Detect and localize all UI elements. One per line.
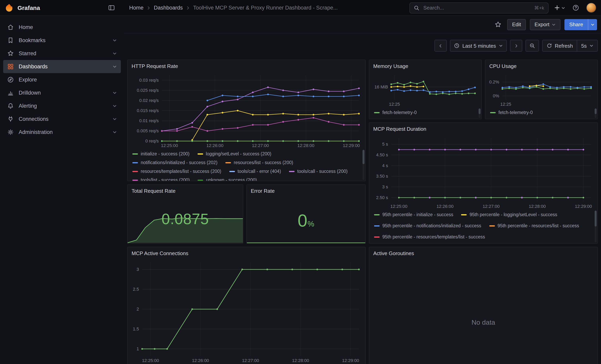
legend-scrollbar[interactable] [362,150,364,180]
legend-item[interactable]: tools/call - success (200) [289,167,348,175]
legend-item[interactable]: fetch-telemetry-0 [490,108,533,117]
breadcrumb-dashboards[interactable]: Dashboards [154,5,183,11]
panel-header[interactable]: CPU Usage [485,60,597,72]
panel-header[interactable]: Active Goroutines [369,247,597,259]
error-rate-sparkline[interactable] [247,237,365,243]
panel-header[interactable]: Total Request Rate [128,185,243,197]
plug-icon [7,116,14,122]
legend-scrollbar[interactable] [595,108,597,118]
chevron-down-icon[interactable] [112,91,117,95]
legend-item[interactable]: logging/setLevel - success (200) [197,150,271,158]
legend-scrollbar[interactable] [595,211,597,242]
chevron-down-icon[interactable] [112,64,117,69]
sidebar-item-label: Starred [19,50,36,56]
sidebar-item-drilldown[interactable]: Drilldown [3,86,121,99]
share-button[interactable]: Share [565,19,588,30]
sidebar-item-home[interactable]: Home [3,21,121,34]
chevron-down-icon [499,44,503,48]
sidebar-item-starred[interactable]: Starred [3,47,121,60]
chevron-down-icon[interactable] [112,117,117,121]
legend-scrollbar[interactable] [479,108,481,118]
favorite-star-icon[interactable] [493,19,503,30]
svg-text:12:27:00: 12:27:00 [252,143,269,148]
search-box[interactable]: ⌘+k [410,2,549,13]
chevron-down-icon [561,6,565,10]
legend-item[interactable]: 95th percentile - resources/templates/li… [374,233,485,241]
legend-item[interactable]: 95th percentile - initialize - success [374,211,453,218]
user-avatar[interactable] [586,3,596,13]
chevron-down-icon[interactable] [112,51,117,56]
panel-header[interactable]: Memory Usage [369,60,481,72]
svg-text:0.2%: 0.2% [489,79,499,84]
legend-item[interactable]: tools/list - success (200) [132,176,190,181]
edit-button[interactable]: Edit [507,19,526,30]
svg-text:12:28:00: 12:28:00 [292,358,309,363]
legend-item[interactable]: unknown - success (200) [198,176,257,181]
clock-icon [454,43,460,49]
memory-usage-chart[interactable]: 16 MiB12:25 [370,72,479,108]
new-button[interactable] [554,5,565,11]
panel-mcp-request-duration: MCP Request Duration 2.50 s3 s3.50 s4 s4… [369,122,598,244]
legend-label: tools/list - success (200) [141,178,190,181]
legend-item[interactable]: 95th percentile - resources/list - succe… [489,222,579,230]
sidebar-item-administration[interactable]: Administration [3,126,121,139]
chevron-down-icon[interactable] [112,130,117,134]
export-button[interactable]: Export [530,19,561,30]
share-split-button: Share [565,19,597,30]
legend-item[interactable]: notifications/initialized - success (202… [132,158,217,167]
share-caret-button[interactable] [588,19,597,30]
stat-body: 0.0875 [128,197,243,243]
panel-header[interactable]: Error Rate [247,185,365,197]
search-shortcut: ⌘+k [534,5,544,10]
svg-text:3 s: 3 s [382,184,388,189]
legend-item[interactable]: initialize - success (200) [132,150,190,158]
svg-text:12:27:00: 12:27:00 [242,358,259,363]
mcp-active-connections-chart[interactable]: 11.522.5312:25:0012:26:0012:27:0012:28:0… [128,259,363,364]
sidebar-toggle-icon[interactable] [108,4,115,11]
sidebar-item-label: Home [19,24,33,30]
time-range-picker[interactable]: Last 5 minutes [450,40,507,52]
legend-item[interactable]: resources/list - success (200) [225,158,293,167]
refresh-button[interactable]: Refresh [542,40,577,51]
gear-icon [7,129,14,136]
panel-active-goroutines: Active Goroutines No data [369,247,598,364]
search-input[interactable] [422,4,531,11]
http-request-rate-chart[interactable]: 0 req/s0.005 req/s0.01 req/s0.015 req/s0… [128,72,363,149]
panel-mcp-active-connections: MCP Active Connections 11.522.5312:25:00… [127,247,366,364]
legend-color-dash [461,214,467,215]
brand[interactable]: Grafana [5,3,108,12]
legend-item[interactable]: resources/templates/list - success (200) [132,167,221,175]
legend-item[interactable]: 95th percentile - notifications/initiali… [374,222,481,230]
mcp-request-duration-chart[interactable]: 2.50 s3 s3.50 s4 s4.50 s5 s12:25:0012:26… [370,135,595,210]
time-forward-button[interactable] [510,40,522,52]
sidebar-item-dashboards[interactable]: Dashboards [3,60,121,73]
svg-text:1: 1 [137,346,139,351]
zoom-out-button[interactable] [525,40,539,52]
sidebar-item-alerting[interactable]: Alerting [3,99,121,112]
legend-label: unknown - success (200) [206,178,257,181]
breadcrumb-current: ToolHive MCP Server & Proxy Runner Dashb… [193,5,338,11]
grafana-app: Grafana Home Dashboards ToolHive MCP Ser… [0,0,601,364]
legend-label: initialize - success (200) [141,151,190,156]
sidebar-item-connections[interactable]: Connections [3,112,121,126]
legend-item[interactable]: 95th percentile - logging/setLevel - suc… [461,211,557,218]
export-label: Export [534,21,549,27]
svg-text:12:28:00: 12:28:00 [529,204,546,209]
legend-item[interactable]: fetch-telemetry-0 [374,108,417,117]
legend-label: 95th percentile - resources/list - succe… [497,223,579,228]
refresh-interval-select[interactable]: 5s [577,40,597,51]
search-icon [414,5,419,10]
legend-item[interactable]: tools/call - error (404) [229,167,281,175]
sidebar-item-explore[interactable]: Explore [3,73,121,86]
breadcrumb-home[interactable]: Home [129,5,143,11]
help-icon[interactable] [571,3,581,13]
cpu-usage-chart[interactable]: 0%0.2%12:25 [486,72,595,108]
chevron-down-icon[interactable] [112,104,117,108]
panel-header[interactable]: MCP Active Connections [128,247,365,259]
panel-header[interactable]: MCP Request Duration [369,123,597,135]
chevron-down-icon[interactable] [112,38,117,42]
stat-body: 0% [247,197,365,243]
panel-header[interactable]: HTTP Request Rate [128,60,365,72]
time-back-button[interactable] [434,40,447,52]
sidebar-item-bookmarks[interactable]: Bookmarks [3,34,121,47]
